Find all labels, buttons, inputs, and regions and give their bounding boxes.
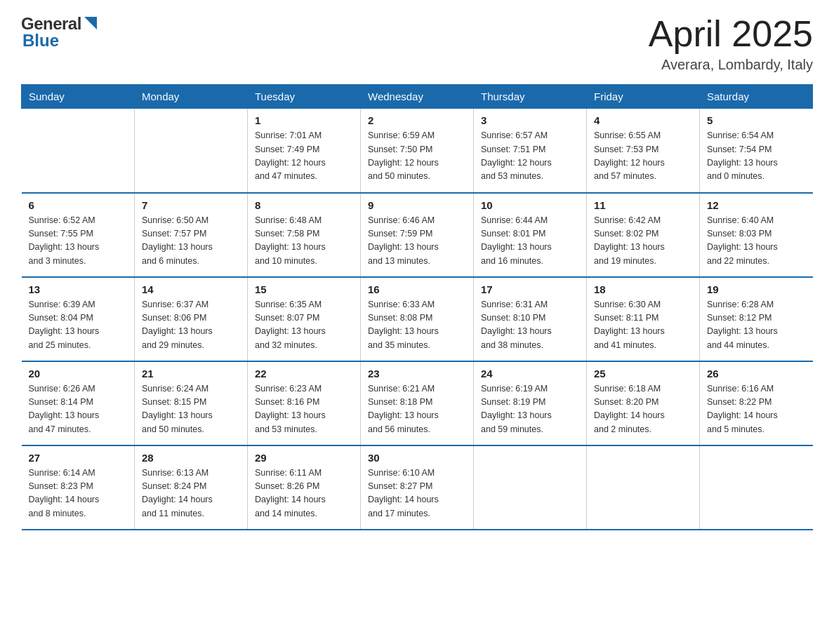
calendar-cell: 17Sunrise: 6:31 AM Sunset: 8:10 PM Dayli…: [474, 277, 587, 361]
day-number: 30: [368, 452, 466, 464]
calendar-cell: 12Sunrise: 6:40 AM Sunset: 8:03 PM Dayli…: [700, 193, 813, 277]
day-number: 27: [29, 452, 128, 464]
day-info: Sunrise: 6:52 AM Sunset: 7:55 PM Dayligh…: [29, 214, 128, 269]
calendar-cell: 27Sunrise: 6:14 AM Sunset: 8:23 PM Dayli…: [22, 445, 135, 530]
day-number: 13: [29, 283, 128, 295]
calendar-cell: 2Sunrise: 6:59 AM Sunset: 7:50 PM Daylig…: [361, 109, 474, 193]
calendar-cell: 28Sunrise: 6:13 AM Sunset: 8:24 PM Dayli…: [135, 445, 248, 530]
day-info: Sunrise: 6:30 AM Sunset: 8:11 PM Dayligh…: [594, 298, 692, 353]
calendar-cell: 14Sunrise: 6:37 AM Sunset: 8:06 PM Dayli…: [135, 277, 248, 361]
day-info: Sunrise: 7:01 AM Sunset: 7:49 PM Dayligh…: [255, 129, 353, 184]
logo-blue-text: Blue: [22, 31, 59, 51]
weekday-header-row: SundayMondayTuesdayWednesdayThursdayFrid…: [22, 85, 813, 109]
calendar-cell: 11Sunrise: 6:42 AM Sunset: 8:02 PM Dayli…: [587, 193, 700, 277]
day-number: 8: [255, 199, 353, 211]
day-info: Sunrise: 6:13 AM Sunset: 8:24 PM Dayligh…: [142, 467, 240, 521]
day-number: 14: [142, 283, 240, 295]
day-info: Sunrise: 6:28 AM Sunset: 8:12 PM Dayligh…: [707, 298, 806, 353]
calendar-cell: 13Sunrise: 6:39 AM Sunset: 8:04 PM Dayli…: [22, 277, 135, 361]
calendar-cell: 25Sunrise: 6:18 AM Sunset: 8:20 PM Dayli…: [587, 361, 700, 445]
day-number: 21: [142, 368, 240, 380]
day-info: Sunrise: 6:16 AM Sunset: 8:22 PM Dayligh…: [707, 382, 806, 437]
day-info: Sunrise: 6:18 AM Sunset: 8:20 PM Dayligh…: [594, 382, 692, 437]
day-info: Sunrise: 6:19 AM Sunset: 8:19 PM Dayligh…: [481, 382, 579, 437]
calendar-cell: 6Sunrise: 6:52 AM Sunset: 7:55 PM Daylig…: [22, 193, 135, 277]
calendar-cell: 7Sunrise: 6:50 AM Sunset: 7:57 PM Daylig…: [135, 193, 248, 277]
day-info: Sunrise: 6:23 AM Sunset: 8:16 PM Dayligh…: [255, 382, 353, 437]
day-number: 23: [368, 368, 466, 380]
weekday-header-wednesday: Wednesday: [361, 85, 474, 109]
weekday-header-sunday: Sunday: [22, 85, 135, 109]
day-number: 26: [707, 368, 806, 380]
day-number: 5: [707, 114, 806, 126]
day-number: 12: [707, 199, 806, 211]
calendar-cell: 1Sunrise: 7:01 AM Sunset: 7:49 PM Daylig…: [248, 109, 361, 193]
calendar-cell: 21Sunrise: 6:24 AM Sunset: 8:15 PM Dayli…: [135, 361, 248, 445]
day-info: Sunrise: 6:33 AM Sunset: 8:08 PM Dayligh…: [368, 298, 466, 353]
calendar-cell: 22Sunrise: 6:23 AM Sunset: 8:16 PM Dayli…: [248, 361, 361, 445]
day-info: Sunrise: 6:42 AM Sunset: 8:02 PM Dayligh…: [594, 214, 692, 269]
day-info: Sunrise: 6:35 AM Sunset: 8:07 PM Dayligh…: [255, 298, 353, 353]
day-number: 29: [255, 452, 353, 464]
day-number: 1: [255, 114, 353, 126]
location-text: Averara, Lombardy, Italy: [649, 57, 813, 73]
day-number: 2: [368, 114, 466, 126]
calendar-cell: 23Sunrise: 6:21 AM Sunset: 8:18 PM Dayli…: [361, 361, 474, 445]
calendar-cell: [22, 109, 135, 193]
calendar-cell: 20Sunrise: 6:26 AM Sunset: 8:14 PM Dayli…: [22, 361, 135, 445]
day-info: Sunrise: 6:40 AM Sunset: 8:03 PM Dayligh…: [707, 214, 806, 269]
calendar-cell: [474, 445, 587, 530]
week-row-5: 27Sunrise: 6:14 AM Sunset: 8:23 PM Dayli…: [22, 445, 813, 530]
calendar-table: SundayMondayTuesdayWednesdayThursdayFrid…: [21, 84, 813, 530]
calendar-cell: 24Sunrise: 6:19 AM Sunset: 8:19 PM Dayli…: [474, 361, 587, 445]
day-number: 17: [481, 283, 579, 295]
day-info: Sunrise: 6:11 AM Sunset: 8:26 PM Dayligh…: [255, 467, 353, 521]
day-number: 9: [368, 199, 466, 211]
calendar-cell: 15Sunrise: 6:35 AM Sunset: 8:07 PM Dayli…: [248, 277, 361, 361]
logo: General Blue: [21, 14, 98, 51]
day-info: Sunrise: 6:59 AM Sunset: 7:50 PM Dayligh…: [368, 129, 466, 184]
day-number: 22: [255, 368, 353, 380]
day-info: Sunrise: 6:48 AM Sunset: 7:58 PM Dayligh…: [255, 214, 353, 269]
calendar-cell: 8Sunrise: 6:48 AM Sunset: 7:58 PM Daylig…: [248, 193, 361, 277]
logo-arrow-icon: [83, 15, 98, 31]
day-number: 7: [142, 199, 240, 211]
calendar-cell: 19Sunrise: 6:28 AM Sunset: 8:12 PM Dayli…: [700, 277, 813, 361]
day-info: Sunrise: 6:37 AM Sunset: 8:06 PM Dayligh…: [142, 298, 240, 353]
calendar-cell: [587, 445, 700, 530]
day-info: Sunrise: 6:21 AM Sunset: 8:18 PM Dayligh…: [368, 382, 466, 437]
page-header: General Blue April 2025 Averara, Lombard…: [21, 14, 813, 73]
day-info: Sunrise: 6:55 AM Sunset: 7:53 PM Dayligh…: [594, 129, 692, 184]
day-info: Sunrise: 6:50 AM Sunset: 7:57 PM Dayligh…: [142, 214, 240, 269]
day-number: 11: [594, 199, 692, 211]
day-number: 19: [707, 283, 806, 295]
day-number: 25: [594, 368, 692, 380]
week-row-3: 13Sunrise: 6:39 AM Sunset: 8:04 PM Dayli…: [22, 277, 813, 361]
calendar-cell: [700, 445, 813, 530]
calendar-cell: 16Sunrise: 6:33 AM Sunset: 8:08 PM Dayli…: [361, 277, 474, 361]
day-info: Sunrise: 6:24 AM Sunset: 8:15 PM Dayligh…: [142, 382, 240, 437]
svg-marker-0: [84, 17, 97, 29]
day-info: Sunrise: 6:14 AM Sunset: 8:23 PM Dayligh…: [29, 467, 128, 521]
calendar-cell: 5Sunrise: 6:54 AM Sunset: 7:54 PM Daylig…: [700, 109, 813, 193]
calendar-cell: 30Sunrise: 6:10 AM Sunset: 8:27 PM Dayli…: [361, 445, 474, 530]
weekday-header-tuesday: Tuesday: [248, 85, 361, 109]
day-info: Sunrise: 6:54 AM Sunset: 7:54 PM Dayligh…: [707, 129, 806, 184]
day-number: 6: [29, 199, 128, 211]
day-info: Sunrise: 6:10 AM Sunset: 8:27 PM Dayligh…: [368, 467, 466, 521]
calendar-cell: 3Sunrise: 6:57 AM Sunset: 7:51 PM Daylig…: [474, 109, 587, 193]
day-number: 28: [142, 452, 240, 464]
day-info: Sunrise: 6:31 AM Sunset: 8:10 PM Dayligh…: [481, 298, 579, 353]
day-info: Sunrise: 6:57 AM Sunset: 7:51 PM Dayligh…: [481, 129, 579, 184]
week-row-2: 6Sunrise: 6:52 AM Sunset: 7:55 PM Daylig…: [22, 193, 813, 277]
day-number: 20: [29, 368, 128, 380]
weekday-header-saturday: Saturday: [700, 85, 813, 109]
calendar-cell: 9Sunrise: 6:46 AM Sunset: 7:59 PM Daylig…: [361, 193, 474, 277]
week-row-1: 1Sunrise: 7:01 AM Sunset: 7:49 PM Daylig…: [22, 109, 813, 193]
day-info: Sunrise: 6:39 AM Sunset: 8:04 PM Dayligh…: [29, 298, 128, 353]
calendar-cell: 26Sunrise: 6:16 AM Sunset: 8:22 PM Dayli…: [700, 361, 813, 445]
week-row-4: 20Sunrise: 6:26 AM Sunset: 8:14 PM Dayli…: [22, 361, 813, 445]
weekday-header-thursday: Thursday: [474, 85, 587, 109]
weekday-header-monday: Monday: [135, 85, 248, 109]
day-number: 4: [594, 114, 692, 126]
